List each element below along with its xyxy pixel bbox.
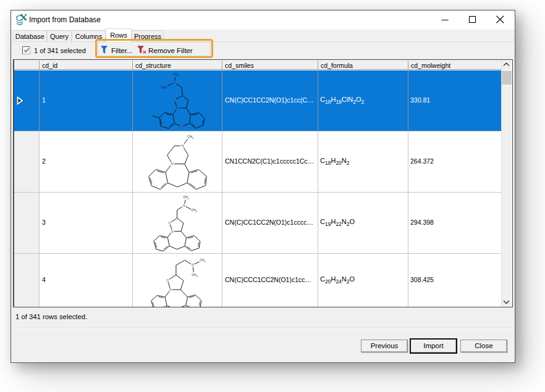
- svg-text:N: N: [192, 263, 194, 267]
- svg-text:CH3: CH3: [192, 273, 197, 278]
- svg-text:N: N: [181, 144, 184, 148]
- svg-text:O: O: [180, 125, 183, 128]
- svg-text:N: N: [169, 288, 172, 291]
- svg-text:CH3: CH3: [174, 73, 179, 77]
- svg-text:N: N: [171, 230, 174, 233]
- svg-text:CH3: CH3: [192, 209, 197, 213]
- svg-text:CH3: CH3: [200, 259, 205, 263]
- svg-text:CH3: CH3: [184, 196, 189, 200]
- svg-text:H3C: H3C: [161, 86, 167, 90]
- svg-text:O: O: [166, 278, 169, 282]
- svg-text:CH3: CH3: [187, 135, 193, 140]
- svg-text:N: N: [183, 204, 185, 207]
- svg-text:N: N: [171, 162, 173, 165]
- svg-text:N: N: [173, 81, 175, 85]
- svg-text:N: N: [176, 106, 179, 110]
- svg-text:O: O: [173, 98, 175, 102]
- svg-text:Cl: Cl: [149, 114, 152, 117]
- svg-text:O: O: [169, 221, 171, 225]
